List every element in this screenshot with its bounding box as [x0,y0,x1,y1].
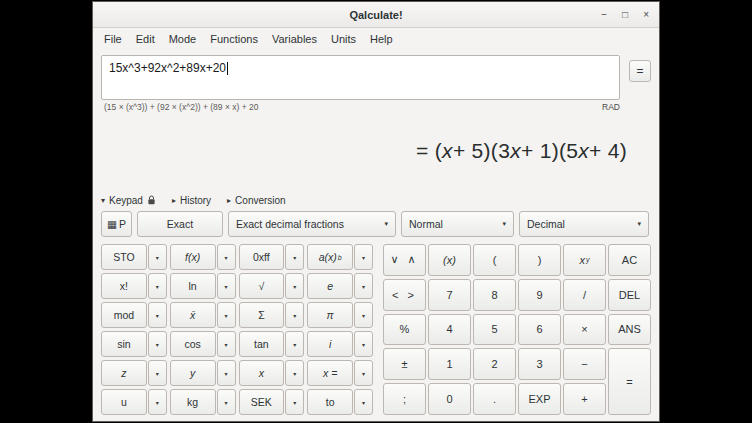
keypad-button-add[interactable]: + [563,383,606,415]
keypad-button-mod[interactable]: mod [101,302,147,328]
keypad-button-x[interactable]: x [239,360,285,386]
number-base-select[interactable]: Decimal ▾ [519,211,649,237]
keypad-toggle[interactable]: ▾ Keypad [101,195,156,206]
minimize-icon[interactable]: − [601,10,607,20]
keypad-button-divide[interactable]: / [563,279,606,311]
keypad-button-axb[interactable]: a(x)b [307,244,353,270]
mode-toolbar: ▦ P Exact Exact decimal fractions ▾ Norm… [101,211,651,237]
keypad-button-i-menu[interactable]: ▾ [354,331,373,357]
keypad-button-ac[interactable]: AC [608,244,651,276]
chevron-down-icon: ▾ [101,196,105,205]
fraction-mode-select[interactable]: Exact decimal fractions ▾ [228,211,396,237]
menu-variables[interactable]: Variables [265,31,324,47]
keypad-button-sto[interactable]: STO [101,244,147,270]
keypad-button-to-menu[interactable]: ▾ [354,389,373,415]
history-toggle[interactable]: ▸ History [172,195,211,206]
menu-units[interactable]: Units [324,31,363,47]
keypad-button-left-right[interactable]: < > [383,279,426,311]
keypad-button-to[interactable]: to [307,389,353,415]
keypad-button-pi-menu[interactable]: ▾ [354,302,373,328]
keypad-button-e-menu[interactable]: ▾ [354,273,373,299]
panel-toggles: ▾ Keypad ▸ History ▸ Conversion [101,191,651,209]
keypad-button-u[interactable]: u [101,389,147,415]
keypad-button-z[interactable]: z [101,360,147,386]
keypad-button-sqrt-menu[interactable]: ▾ [285,273,304,299]
menu-edit[interactable]: Edit [129,31,162,47]
keypad-button-up-down[interactable]: ∨ ∧ [383,244,426,276]
keypad-button-sek[interactable]: SEK [239,389,285,415]
keypad-button-assign-x-menu[interactable]: ▾ [354,360,373,386]
keypad-button-0[interactable]: 0 [428,383,471,415]
keypad-button-fx-menu[interactable]: ▾ [217,244,236,270]
expression-input[interactable]: 15x^3+92x^2+89x+20 [101,55,620,100]
keypad-button-3[interactable]: 3 [518,348,561,380]
menu-functions[interactable]: Functions [203,31,265,47]
keypad-button-sek-menu[interactable]: ▾ [285,389,304,415]
keypad-button-e[interactable]: e [307,273,353,299]
keypad-button-1[interactable]: 1 [428,348,471,380]
keypad-button-6[interactable]: 6 [518,314,561,346]
keypad-button-open-paren[interactable]: ( [473,244,516,276]
keypad-button-mean[interactable]: x̄ [170,302,216,328]
keypad-button-kg-menu[interactable]: ▾ [217,389,236,415]
keypad-button-sum[interactable]: Σ [239,302,285,328]
keypad-button-pi[interactable]: π [307,302,353,328]
keypad-button-mod-menu[interactable]: ▾ [148,302,167,328]
keypad-button-kg[interactable]: kg [170,389,216,415]
exact-mode-button[interactable]: Exact [137,211,223,237]
keypad-button-cos-menu[interactable]: ▾ [217,331,236,357]
keypad-button-assign-x[interactable]: x = [307,360,353,386]
keypad-button-ln[interactable]: ln [170,273,216,299]
keypad-button-power[interactable]: xy [563,244,606,276]
keypad-button-factorial[interactable]: x! [101,273,147,299]
keypad-button-i[interactable]: i [307,331,353,357]
keypad-button-plusminus[interactable]: ± [383,348,426,380]
menu-file[interactable]: File [97,31,129,47]
keypad-button-x-menu[interactable]: ▾ [285,360,304,386]
calculate-button[interactable]: = [629,60,651,82]
menu-mode[interactable]: Mode [162,31,204,47]
keypad-button-5[interactable]: 5 [473,314,516,346]
keypad-button-close-paren[interactable]: ) [518,244,561,276]
keypad-button-hex[interactable]: 0xff [239,244,285,270]
keypad-button-y-menu[interactable]: ▾ [217,360,236,386]
keypad-button-9[interactable]: 9 [518,279,561,311]
programming-keypad-button[interactable]: ▦ P [101,211,132,237]
keypad-button-hex-menu[interactable]: ▾ [285,244,304,270]
keypad-button-equals[interactable]: = [608,348,651,415]
keypad-button-factorial-menu[interactable]: ▾ [148,273,167,299]
keypad-button-z-menu[interactable]: ▾ [148,360,167,386]
menu-help[interactable]: Help [363,31,400,47]
keypad-button-decimal-point[interactable]: . [473,383,516,415]
keypad-button-tan[interactable]: tan [239,331,285,357]
keypad-button-paren-x[interactable]: (x) [428,244,471,276]
keypad-button-sqrt[interactable]: √ [239,273,285,299]
keypad-button-2[interactable]: 2 [473,348,516,380]
keypad-button-ans[interactable]: ANS [608,314,651,346]
keypad-button-sto-menu[interactable]: ▾ [148,244,167,270]
keypad-button-percent[interactable]: % [383,314,426,346]
keypad-button-semicolon[interactable]: ; [383,383,426,415]
keypad-button-del[interactable]: DEL [608,279,651,311]
keypad-button-y[interactable]: y [170,360,216,386]
keypad-button-sin[interactable]: sin [101,331,147,357]
maximize-icon[interactable]: □ [622,10,628,20]
keypad-button-ln-menu[interactable]: ▾ [217,273,236,299]
keypad-button-sum-menu[interactable]: ▾ [285,302,304,328]
keypad-button-multiply[interactable]: × [563,314,606,346]
keypad-button-4[interactable]: 4 [428,314,471,346]
keypad-button-sin-menu[interactable]: ▾ [148,331,167,357]
keypad-button-subtract[interactable]: − [563,348,606,380]
keypad-button-axb-menu[interactable]: ▾ [354,244,373,270]
display-mode-select[interactable]: Normal ▾ [401,211,514,237]
keypad-button-mean-menu[interactable]: ▾ [217,302,236,328]
close-icon[interactable]: × [643,10,649,20]
conversion-toggle[interactable]: ▸ Conversion [227,195,286,206]
keypad-button-8[interactable]: 8 [473,279,516,311]
keypad-button-tan-menu[interactable]: ▾ [285,331,304,357]
keypad-button-7[interactable]: 7 [428,279,471,311]
keypad-button-exp[interactable]: EXP [518,383,561,415]
keypad-button-cos[interactable]: cos [170,331,216,357]
keypad-button-fx[interactable]: f(x) [170,244,216,270]
keypad-button-u-menu[interactable]: ▾ [148,389,167,415]
